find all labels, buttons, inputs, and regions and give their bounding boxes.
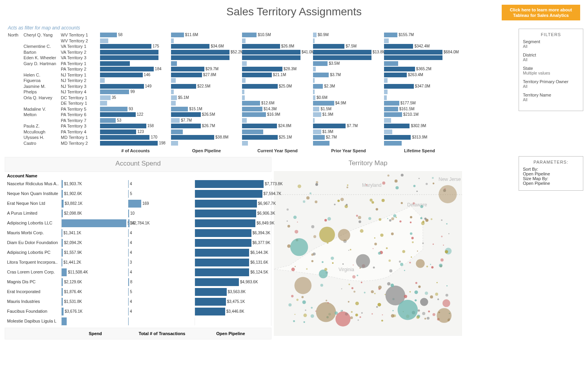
map-bubble[interactable]: [418, 286, 421, 288]
map-bubble[interactable]: [404, 295, 407, 298]
account-row[interactable]: Magnis Dis PC$2,129.6K8$4,983.6K: [5, 277, 271, 287]
map-bubble[interactable]: [373, 248, 374, 249]
map-bubble[interactable]: [322, 261, 324, 263]
map-bubble[interactable]: [337, 200, 340, 202]
map-bubble[interactable]: [311, 314, 314, 318]
map-bubble[interactable]: [426, 266, 428, 267]
account-row[interactable]: Faucibus Foundation$3,676.1K4$3,446.8K: [5, 306, 271, 316]
map-bubble[interactable]: [295, 266, 296, 267]
map-bubble[interactable]: [315, 183, 318, 186]
map-bubble[interactable]: [311, 253, 313, 256]
filter-district[interactable]: All: [523, 57, 579, 62]
map-bubble[interactable]: [291, 295, 293, 297]
map-bubble[interactable]: [388, 259, 391, 262]
map-bubble[interactable]: [334, 204, 335, 205]
col-prior-year[interactable]: Prior Year Spend: [313, 148, 384, 153]
account-row[interactable]: Erat Incorporated$1,876.4K5$3,563.8K: [5, 287, 271, 297]
map-bubble[interactable]: [351, 311, 353, 313]
map-bubble[interactable]: [399, 221, 401, 222]
map-bubble[interactable]: [414, 290, 418, 294]
map-bubble[interactable]: [395, 186, 399, 189]
territory-row[interactable]: MeltonPA Territory 6122$26.5M$16.9M$1.9M…: [8, 112, 463, 118]
map-bubble[interactable]: [433, 244, 434, 245]
map-bubble[interactable]: [296, 299, 299, 301]
cta-button[interactable]: Click here to learn more about Tableau f…: [502, 5, 580, 20]
map-bubble[interactable]: [359, 221, 361, 223]
map-bubble[interactable]: [446, 223, 448, 224]
map-bubble[interactable]: [306, 268, 308, 270]
account-row[interactable]: Adipiscing Lobortis LLC$142,784.1K15$6,8…: [5, 218, 271, 228]
map-bubble[interactable]: [342, 310, 343, 311]
map-bubble[interactable]: [302, 296, 304, 298]
map-bubble[interactable]: [320, 284, 323, 286]
map-bubble[interactable]: [355, 302, 359, 305]
map-bubble[interactable]: [426, 183, 428, 185]
col-current-year[interactable]: Current Year Spend: [242, 148, 313, 153]
map-bubble[interactable]: [287, 208, 289, 210]
territory-row[interactable]: PhelpsNJ Territory 499: [8, 89, 463, 95]
map-bubble[interactable]: [422, 312, 425, 315]
map-bubble[interactable]: [427, 317, 430, 319]
map-bubble[interactable]: [356, 215, 358, 217]
map-bubble[interactable]: [376, 306, 378, 308]
map-bubble[interactable]: [328, 217, 331, 221]
map-bubble[interactable]: [324, 268, 327, 271]
map-bubble[interactable]: [415, 282, 417, 284]
filter-state[interactable]: Multiple values: [523, 71, 579, 75]
territory-row[interactable]: Helen C.NJ Territory 1146$27.8M$21.1M$3.…: [8, 72, 463, 78]
map-bubble[interactable]: [419, 178, 420, 179]
map-bubble[interactable]: [446, 285, 448, 286]
map-bubble[interactable]: [413, 202, 415, 204]
map-bubble[interactable]: [338, 229, 350, 241]
map-bubble[interactable]: [391, 314, 395, 317]
account-row[interactable]: Mauris Morbi Corp.$1,341.1K4$6,394.3K: [5, 228, 271, 238]
col-pipe[interactable]: Open Pipeline: [195, 328, 266, 339]
map-bubble[interactable]: [371, 313, 373, 314]
map-bubble[interactable]: [378, 252, 381, 255]
map-bubble[interactable]: [348, 284, 350, 285]
account-row[interactable]: Diam Eu Dolor Foundation$2,094.2K4$6,377…: [5, 238, 271, 248]
map-bubble[interactable]: [350, 249, 351, 250]
map-bubble[interactable]: [328, 302, 329, 303]
map-bubble[interactable]: [401, 202, 403, 204]
territory-row[interactable]: BartonVA Territory 2$52.2M$41.0M$13.8M$6…: [8, 49, 463, 55]
map-bubble[interactable]: [335, 312, 350, 326]
map-bubble[interactable]: [311, 307, 313, 309]
map-bubble[interactable]: [389, 269, 392, 272]
territory-row[interactable]: CastroMD Territory 2198: [8, 140, 463, 146]
map-bubble[interactable]: [287, 244, 291, 248]
map-bubble[interactable]: [446, 294, 448, 297]
map-bubble[interactable]: [431, 218, 433, 220]
territory-row[interactable]: Orla Q. HarveyDC Territory 135$5.1M$0.6M: [8, 95, 463, 101]
map-bubble[interactable]: [422, 221, 424, 222]
map-bubble[interactable]: [400, 263, 403, 266]
map-bubble[interactable]: [378, 286, 382, 289]
map-bubble[interactable]: [361, 282, 362, 283]
param-sortby[interactable]: Open Pipeline: [523, 171, 579, 176]
map-bubble[interactable]: [374, 293, 376, 294]
map-bubble[interactable]: [293, 320, 295, 322]
map-bubble[interactable]: [311, 225, 314, 228]
map-bubble[interactable]: [420, 205, 423, 208]
map-bubble[interactable]: [448, 233, 449, 234]
map-bubble[interactable]: [420, 217, 422, 219]
map-bubble[interactable]: [388, 175, 390, 177]
map-bubble[interactable]: [410, 221, 412, 223]
account-row[interactable]: Nascetur Ridiculus Mus A..$1,903.7K4$7,7…: [5, 179, 271, 189]
map-bubble[interactable]: [342, 263, 344, 264]
map-bubble[interactable]: [326, 300, 327, 301]
map-bubble[interactable]: [431, 266, 433, 268]
map-bubble[interactable]: [437, 308, 451, 323]
map-bubble[interactable]: [302, 300, 306, 304]
map-bubble[interactable]: [303, 314, 307, 317]
map-bubble[interactable]: [356, 254, 370, 268]
territory-map[interactable]: Virginia Maryland Delaware New Jerse: [274, 171, 462, 336]
map-bubble[interactable]: [411, 237, 414, 239]
map-bubble[interactable]: [444, 188, 446, 190]
map-bubble[interactable]: [348, 301, 350, 303]
map-bubble[interactable]: [424, 217, 427, 220]
map-bubble[interactable]: [418, 309, 420, 312]
map-bubble[interactable]: [416, 316, 419, 319]
map-bubble[interactable]: [379, 218, 381, 221]
map-bubble[interactable]: [392, 310, 393, 311]
